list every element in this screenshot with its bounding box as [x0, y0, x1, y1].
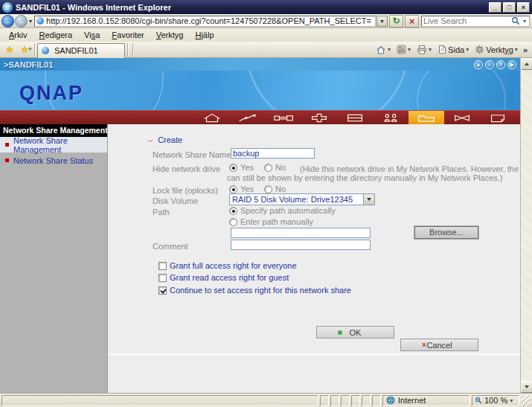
tab-label: SANDFIL01: [54, 46, 98, 55]
forward-button[interactable]: →: [15, 15, 28, 28]
tools-menu-button[interactable]: Verktyg ▾: [472, 45, 521, 54]
continue-acl-checkbox[interactable]: [158, 286, 167, 295]
search-dropdown-icon[interactable]: ▾: [522, 18, 528, 25]
scroll-up-button[interactable]: [521, 58, 532, 70]
grant-everyone-checkbox[interactable]: [158, 262, 167, 270]
stop-button[interactable]: ×: [405, 15, 419, 28]
refresh-button[interactable]: ↻: [389, 15, 403, 28]
logout-icon[interactable]: ▲: [474, 60, 483, 69]
toolbar-overflow-icon[interactable]: »: [521, 45, 530, 54]
bullet-icon: [5, 158, 9, 162]
nav-document-icon: [487, 112, 509, 124]
favorites-star-icon[interactable]: ★: [2, 43, 17, 57]
vertical-scrollbar[interactable]: [520, 58, 532, 393]
scroll-down-button[interactable]: [521, 381, 532, 393]
home-button[interactable]: ▾: [373, 45, 394, 55]
tools-dropdown-icon: ▾: [515, 46, 518, 53]
path-auto-label: Specify path automatically: [240, 206, 336, 215]
feeds-button[interactable]: ▾: [394, 45, 414, 54]
yes-label: Yes: [240, 163, 254, 172]
ok-button[interactable]: OK: [316, 326, 394, 339]
help-icon[interactable]: ?: [496, 60, 505, 69]
path-auto-radio[interactable]: [229, 207, 237, 215]
resize-grip[interactable]: [521, 395, 531, 406]
add-favorite-icon[interactable]: ★+: [17, 43, 32, 57]
chevron-down-icon: [367, 198, 371, 201]
path-manual-radio[interactable]: [229, 218, 237, 226]
minimize-button[interactable]: _: [489, 2, 501, 13]
banner-swirl: [417, 71, 506, 110]
no-label: No: [275, 163, 286, 172]
select-dropdown-button[interactable]: [363, 194, 374, 205]
close-button[interactable]: ×: [517, 2, 530, 13]
disk-volume-value: RAID 5 Disk Volume: Drive12345: [230, 195, 363, 204]
path-input[interactable]: [231, 228, 371, 238]
menu-visa[interactable]: Visa: [78, 29, 106, 41]
browse-button[interactable]: Browse...: [414, 226, 478, 239]
nav-network-settings[interactable]: [301, 111, 337, 124]
share-name-label: Network Share Name: [153, 150, 231, 159]
nav-system-settings[interactable]: [266, 111, 301, 124]
page-menu-button[interactable]: Sida ▾: [435, 45, 472, 54]
path-label: Path: [153, 208, 170, 217]
portal-home-icon[interactable]: ⌂: [485, 60, 494, 69]
forward-page-icon[interactable]: ▶: [507, 60, 516, 69]
nav-external-device[interactable]: [480, 111, 516, 124]
disk-volume-label: Disk Volume: [153, 196, 198, 205]
nav-network-share-management[interactable]: [408, 111, 444, 124]
lock-no-radio[interactable]: [264, 185, 272, 193]
sidebar-item-label: Network Share Status: [13, 156, 93, 165]
search-icon[interactable]: [511, 16, 520, 25]
lock-yes-radio[interactable]: [229, 185, 237, 193]
url-input[interactable]: [46, 16, 374, 25]
nav-home[interactable]: [194, 111, 230, 124]
nav-backup-settings[interactable]: [444, 111, 480, 124]
maximize-button[interactable]: □: [503, 2, 516, 13]
sidebar: Network Share Management Network Share M…: [0, 124, 108, 393]
grant-guest-checkbox[interactable]: [158, 274, 167, 282]
comment-input[interactable]: [231, 240, 371, 250]
status-segment: [372, 395, 381, 406]
address-dropdown-button[interactable]: ▾: [376, 16, 388, 27]
address-bar[interactable]: [34, 16, 376, 27]
sidebar-item-label: Network Share Management: [13, 136, 107, 154]
nav-device-configuration[interactable]: [337, 111, 373, 124]
print-button[interactable]: ▾: [414, 45, 435, 54]
hide-drive-radios: Yes No: [229, 163, 286, 172]
menu-hjalp[interactable]: Hjälp: [189, 29, 219, 41]
history-dropdown-icon[interactable]: ▾: [28, 18, 34, 25]
sidebar-item-network-share-status[interactable]: Network Share Status: [0, 153, 107, 168]
disk-volume-select[interactable]: RAID 5 Disk Volume: Drive12345: [229, 193, 375, 205]
hide-no-radio[interactable]: [264, 164, 272, 172]
nav-user-management[interactable]: [373, 111, 408, 124]
menu-verktyg[interactable]: Verktyg: [150, 29, 190, 41]
ok-label: OK: [350, 328, 362, 337]
feeds-dropdown-icon[interactable]: ▾: [408, 46, 411, 53]
home-dropdown-icon[interactable]: ▾: [388, 46, 391, 53]
zoom-control[interactable]: 100 % ▾: [472, 395, 519, 406]
status-message-panel: [1, 395, 318, 406]
zoom-dropdown-icon[interactable]: ▾: [510, 397, 513, 404]
sidebar-item-network-share-management[interactable]: Network Share Management: [0, 137, 107, 153]
cancel-button[interactable]: × Cancel: [400, 339, 478, 351]
nav-quick-configuration[interactable]: [230, 111, 266, 124]
tab-sandfil01[interactable]: SANDFIL01: [37, 43, 125, 58]
separator: [127, 43, 128, 57]
page-favicon: [36, 17, 44, 25]
qnap-logo: QNAP: [19, 82, 83, 105]
search-box[interactable]: ▾: [421, 16, 530, 27]
search-input[interactable]: [423, 16, 510, 25]
cancel-label: Cancel: [426, 341, 452, 350]
zoom-magnifier-icon: [475, 397, 482, 404]
collapse-icon[interactable]: –: [148, 135, 153, 144]
share-name-input[interactable]: [231, 148, 315, 158]
nav-server-icon: [344, 112, 366, 124]
section-create: – Create: [148, 135, 182, 144]
menu-arkiv[interactable]: Arkiv: [3, 29, 33, 41]
back-button[interactable]: ←: [1, 15, 14, 28]
print-dropdown-icon[interactable]: ▾: [429, 46, 432, 53]
menu-redigera[interactable]: Redigera: [33, 29, 78, 41]
gear-icon: [475, 45, 484, 54]
menu-favoriter[interactable]: Favoriter: [106, 29, 150, 41]
hide-yes-radio[interactable]: [229, 164, 237, 172]
